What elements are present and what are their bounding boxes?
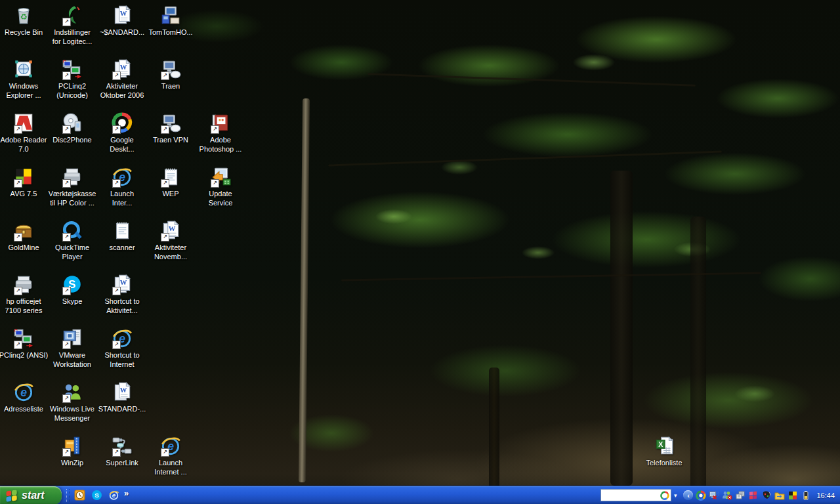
taskbar: start Se » ▾ ‹ 16:44 — [0, 486, 840, 504]
desktop-icon-indstillinger-logitech[interactable]: ↗Indstillinger for Logitec... — [44, 4, 100, 47]
taskbar-clock[interactable]: 16:44 — [816, 492, 835, 499]
google-desktop-deskbar: ▾ — [600, 489, 680, 502]
quick-launch-grip[interactable] — [66, 489, 70, 502]
skype-icon: S↗ — [61, 273, 83, 295]
tray-contacts-offline-icon[interactable] — [721, 490, 732, 501]
shortcut-arrow-icon: ↗ — [62, 125, 71, 134]
tray-phone-audio-icon[interactable] — [761, 490, 772, 501]
shortcut-arrow-icon: ↗ — [62, 448, 71, 457]
installer-icon — [159, 4, 182, 26]
desktop-icon-wep[interactable]: ↗WEP — [142, 165, 199, 199]
shortcut-arrow-icon: ↗ — [161, 72, 169, 80]
shortcut-arrow-icon: ↗ — [14, 341, 22, 349]
tray-google-desktop-icon[interactable] — [695, 490, 706, 501]
shortcut-arrow-icon: ↗ — [112, 179, 121, 188]
desktop-icon-telefonliste[interactable]: XTelefonliste — [636, 434, 692, 468]
desktop-icon-vmware-workstation[interactable]: ↗VMware Workstation — [44, 327, 100, 369]
svg-text:W: W — [120, 387, 127, 394]
desktop-icon-disc2phone[interactable]: ↗Disc2Phone — [44, 112, 100, 145]
desktop-icon-label: Skype — [44, 297, 100, 306]
desktop-icon-label: Disc2Phone — [44, 136, 100, 145]
desktop-icon-skype[interactable]: S↗Skype — [44, 273, 100, 306]
desktop-icon-label: WinZip — [44, 459, 100, 468]
shortcut-arrow-icon: ↗ — [62, 341, 71, 349]
desktop-icon-label: STANDARD-... — [94, 405, 150, 414]
svg-text:W: W — [120, 10, 127, 17]
quick-launch-clock-app-icon[interactable] — [73, 489, 86, 502]
shortcut-arrow-icon: ↗ — [161, 448, 169, 457]
desktop-icon-shortcut-to-aktivitet[interactable]: W↗Shortcut to Aktivitet... — [94, 273, 150, 316]
desktop-icon-quicktime-player[interactable]: ↗QuickTime Player — [44, 219, 100, 262]
printer-icon: ↗ — [12, 273, 35, 295]
svg-text:e: e — [112, 492, 116, 499]
tray-folder-transfer-icon[interactable] — [774, 490, 785, 501]
desktop-icon-shortcut-to-internet[interactable]: e↗Shortcut to Internet — [94, 327, 150, 369]
pclinq-icon: ↗ — [12, 327, 35, 349]
shortcut-arrow-icon: ↗ — [62, 72, 71, 80]
shortcut-arrow-icon: ↗ — [161, 179, 169, 188]
svg-text:W: W — [169, 225, 176, 232]
network-computer-icon: ↗ — [159, 112, 182, 134]
desktop-icon-winzip[interactable]: ↗WinZip — [44, 434, 100, 468]
ie-icon: e↗ — [159, 434, 182, 457]
shortcut-arrow-icon: ↗ — [112, 72, 121, 80]
notepad-icon — [111, 219, 133, 242]
desktop-icon-label: Shortcut to Internet — [94, 351, 150, 369]
desktop-icon-update-service[interactable]: ↗Update Service — [192, 165, 249, 208]
ie-icon: e — [12, 381, 35, 403]
winzip-icon: ↗ — [61, 434, 83, 457]
notepad-icon: ↗ — [159, 165, 182, 188]
photo-album-icon: ↗ — [209, 112, 232, 134]
desktop-icon-launch-internet[interactable]: e↗Launch Internet ... — [142, 434, 199, 477]
desktop-icon-label: Launch Internet ... — [142, 459, 199, 477]
printer-icon: ↗ — [61, 165, 83, 188]
desktop-icon-traen[interactable]: ↗Traen — [142, 58, 199, 91]
search-dropdown-arrow[interactable]: ▾ — [671, 492, 680, 499]
ie-icon: e↗ — [111, 327, 133, 349]
update-service-icon: ↗ — [209, 165, 232, 188]
start-button-label: start — [22, 490, 45, 501]
shortcut-arrow-icon: ↗ — [161, 233, 169, 242]
vmware-icon: ↗ — [61, 327, 83, 349]
quick-launch-overflow-chevron[interactable]: » — [120, 488, 133, 502]
tray-paper-stack-icon[interactable] — [734, 490, 746, 501]
quick-launch-skype-icon[interactable]: S — [90, 489, 103, 502]
svg-text:e: e — [20, 386, 27, 399]
chest-icon: ↗ — [12, 219, 35, 242]
quicktime-icon: ↗ — [61, 219, 83, 242]
avg-icon: ↗ — [12, 165, 35, 188]
svg-text:X: X — [658, 440, 663, 448]
svg-text:S: S — [94, 492, 98, 499]
svg-text:W: W — [120, 279, 127, 286]
shortcut-arrow-icon: ↗ — [112, 341, 121, 349]
tray-monitor-offline-icon[interactable] — [708, 490, 719, 501]
tray-collapse-chevron[interactable]: ‹ — [683, 490, 693, 500]
shortcut-arrow-icon: ↗ — [112, 448, 121, 457]
word-doc-icon: W — [111, 381, 133, 403]
desktop-icon-standard-doc[interactable]: WSTANDARD-... — [94, 381, 150, 414]
tray-battery-icon[interactable] — [800, 490, 811, 501]
desktop-icon-windows-live-messenger[interactable]: ↗Windows Live Messenger — [44, 381, 100, 423]
shortcut-arrow-icon: ↗ — [62, 179, 71, 188]
desktop-icon-label: Shortcut to Aktivitet... — [94, 297, 150, 316]
svg-text:♻: ♻ — [20, 12, 27, 22]
usb-cable-icon: ↗ — [111, 434, 133, 457]
start-button[interactable]: start — [0, 486, 62, 504]
desktop-icon-aktiviteter-november[interactable]: W↗Aktiviteter Novemb... — [142, 219, 199, 262]
word-doc-icon: W — [111, 4, 133, 26]
shortcut-arrow-icon: ↗ — [62, 18, 71, 26]
desktop-icon-label: Windows Live Messenger — [44, 405, 100, 423]
quick-launch-internet-explorer-icon[interactable]: e — [107, 489, 120, 502]
tray-windows-flag-pink-icon[interactable] — [747, 490, 759, 501]
desktop-icon-pclinq2-unicode[interactable]: ↗PCLinq2 (Unicode) — [44, 58, 100, 100]
desktop-icon-adobe-photoshop[interactable]: ↗Adobe Photoshop ... — [192, 112, 249, 154]
explorer-icon — [12, 58, 35, 80]
system-tray: ‹ 16:44 — [682, 486, 840, 504]
desktop-icon-traen-vpn[interactable]: ↗Traen VPN — [142, 112, 199, 145]
pclinq-icon: ↗ — [61, 58, 83, 80]
desktop-icon-tomtom-home[interactable]: TomTomHO... — [142, 4, 199, 37]
tray-avg-antivirus-icon[interactable] — [787, 490, 798, 501]
shortcut-arrow-icon: ↗ — [62, 394, 71, 403]
word-doc-icon: W↗ — [159, 219, 182, 242]
desktop-icon-hp-vaerktoejskasse[interactable]: ↗Værktøjskasse til HP Color ... — [44, 165, 100, 208]
